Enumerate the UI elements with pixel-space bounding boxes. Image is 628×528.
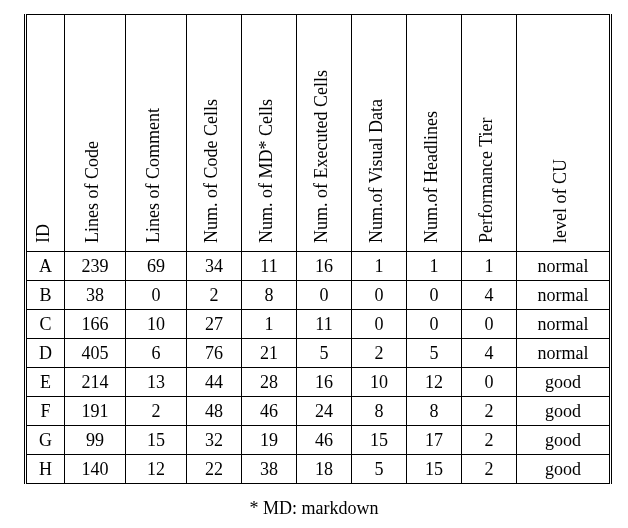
cell-id: G (26, 426, 65, 455)
cell-ncc: 48 (187, 397, 242, 426)
cell-nvd: 0 (352, 281, 407, 310)
cell-nec: 16 (297, 252, 352, 281)
cell-id: A (26, 252, 65, 281)
cell-lcm: 12 (126, 455, 187, 484)
col-header-performance-tier: Performance Tier (462, 15, 517, 252)
cell-nmd: 38 (242, 455, 297, 484)
col-label: Num. of MD* Cells (257, 99, 275, 245)
cell-nvd: 8 (352, 397, 407, 426)
table-row: B 38 0 2 8 0 0 0 4 normal (26, 281, 611, 310)
col-header-num-visual-data: Num.of Visual Data (352, 15, 407, 252)
col-label: Num. of Executed Cells (312, 70, 330, 245)
cell-pt: 2 (462, 397, 517, 426)
col-header-lines-of-comment: Lines of Comment (126, 15, 187, 252)
col-header-num-md-cells: Num. of MD* Cells (242, 15, 297, 252)
cell-id: D (26, 339, 65, 368)
cell-ncc: 2 (187, 281, 242, 310)
cell-nhl: 8 (407, 397, 462, 426)
cell-loc: 38 (65, 281, 126, 310)
cell-nmd: 8 (242, 281, 297, 310)
cell-pt: 1 (462, 252, 517, 281)
cell-lcu: normal (517, 310, 611, 339)
cell-nmd: 21 (242, 339, 297, 368)
cell-lcm: 69 (126, 252, 187, 281)
cell-nec: 11 (297, 310, 352, 339)
cell-lcm: 6 (126, 339, 187, 368)
cell-loc: 191 (65, 397, 126, 426)
cell-nvd: 10 (352, 368, 407, 397)
col-header-num-code-cells: Num. of Code Cells (187, 15, 242, 252)
col-header-level-of-cu: level of CU (517, 15, 611, 252)
col-label: Num.of Headlines (422, 111, 440, 245)
cell-lcu: normal (517, 339, 611, 368)
cell-nvd: 15 (352, 426, 407, 455)
cell-lcu: good (517, 397, 611, 426)
cell-nhl: 1 (407, 252, 462, 281)
cell-nmd: 19 (242, 426, 297, 455)
cell-loc: 239 (65, 252, 126, 281)
cell-lcu: good (517, 426, 611, 455)
cell-loc: 166 (65, 310, 126, 339)
col-label: ID (34, 224, 52, 245)
table-row: H 140 12 22 38 18 5 15 2 good (26, 455, 611, 484)
table-row: G 99 15 32 19 46 15 17 2 good (26, 426, 611, 455)
cell-pt: 0 (462, 310, 517, 339)
cell-pt: 2 (462, 426, 517, 455)
col-label: Lines of Code (83, 141, 101, 245)
cell-nhl: 17 (407, 426, 462, 455)
cell-nec: 18 (297, 455, 352, 484)
cell-nvd: 0 (352, 310, 407, 339)
cell-nec: 46 (297, 426, 352, 455)
cell-nmd: 46 (242, 397, 297, 426)
table-row: E 214 13 44 28 16 10 12 0 good (26, 368, 611, 397)
cell-nmd: 28 (242, 368, 297, 397)
cell-lcm: 2 (126, 397, 187, 426)
cell-nvd: 5 (352, 455, 407, 484)
cell-lcu: good (517, 455, 611, 484)
cell-loc: 405 (65, 339, 126, 368)
cell-id: B (26, 281, 65, 310)
cell-pt: 0 (462, 368, 517, 397)
cell-lcm: 0 (126, 281, 187, 310)
col-label: Performance Tier (477, 118, 495, 245)
cell-id: C (26, 310, 65, 339)
data-table: ID Lines of Code Lines of Comment Num. o… (24, 14, 612, 484)
col-label: Num. of Code Cells (202, 99, 220, 245)
cell-ncc: 22 (187, 455, 242, 484)
table-body: A 239 69 34 11 16 1 1 1 normal B 38 0 2 … (26, 252, 611, 484)
cell-nvd: 2 (352, 339, 407, 368)
cell-pt: 4 (462, 281, 517, 310)
cell-lcm: 15 (126, 426, 187, 455)
col-header-lines-of-code: Lines of Code (65, 15, 126, 252)
table-footnote: * MD: markdown (0, 498, 628, 519)
cell-nhl: 12 (407, 368, 462, 397)
col-label: Lines of Comment (144, 108, 162, 245)
cell-lcu: normal (517, 252, 611, 281)
cell-lcu: normal (517, 281, 611, 310)
cell-nhl: 15 (407, 455, 462, 484)
cell-nhl: 0 (407, 281, 462, 310)
cell-lcu: good (517, 368, 611, 397)
cell-loc: 99 (65, 426, 126, 455)
cell-pt: 4 (462, 339, 517, 368)
table-row: F 191 2 48 46 24 8 8 2 good (26, 397, 611, 426)
col-label: level of CU (551, 159, 569, 245)
col-header-id: ID (26, 15, 65, 252)
cell-loc: 140 (65, 455, 126, 484)
cell-loc: 214 (65, 368, 126, 397)
cell-ncc: 27 (187, 310, 242, 339)
cell-nhl: 0 (407, 310, 462, 339)
cell-id: E (26, 368, 65, 397)
cell-ncc: 34 (187, 252, 242, 281)
cell-id: F (26, 397, 65, 426)
header-row: ID Lines of Code Lines of Comment Num. o… (26, 15, 611, 252)
cell-nec: 0 (297, 281, 352, 310)
cell-nvd: 1 (352, 252, 407, 281)
cell-ncc: 76 (187, 339, 242, 368)
cell-id: H (26, 455, 65, 484)
cell-nec: 5 (297, 339, 352, 368)
cell-nmd: 11 (242, 252, 297, 281)
table-row: C 166 10 27 1 11 0 0 0 normal (26, 310, 611, 339)
cell-nec: 24 (297, 397, 352, 426)
cell-nmd: 1 (242, 310, 297, 339)
